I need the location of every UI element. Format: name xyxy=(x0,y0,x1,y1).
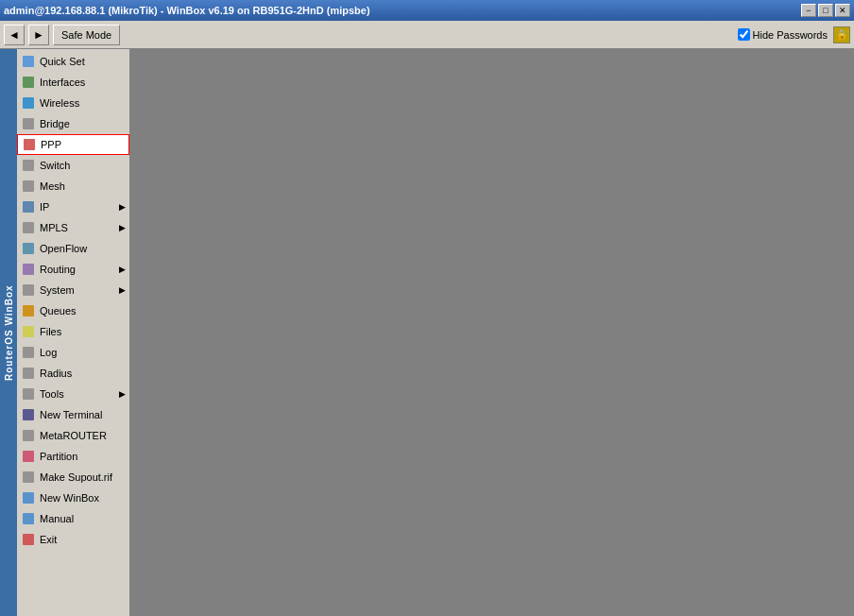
hide-passwords-checkbox[interactable] xyxy=(738,28,750,41)
main-layout: RouterOS WinBox Quick Set Interfaces Wir… xyxy=(0,49,854,616)
svg-rect-18 xyxy=(23,430,34,441)
exit-icon xyxy=(21,532,36,547)
make-supout-label: Make Supout.rif xyxy=(40,471,112,483)
close-button[interactable]: ✕ xyxy=(835,4,850,17)
new-terminal-icon xyxy=(21,407,36,422)
metarouter-label: MetaROUTER xyxy=(40,430,107,441)
routing-arrow: ▶ xyxy=(119,265,126,274)
title-text: admin@192.168.88.1 (MikroTik) - WinBox v… xyxy=(4,5,370,16)
mesh-label: Mesh xyxy=(40,180,65,192)
queues-icon xyxy=(21,303,36,318)
sidebar-item-new-winbox[interactable]: New WinBox xyxy=(17,488,129,508)
sidebar-item-make-supout[interactable]: Make Supout.rif xyxy=(17,467,129,488)
sidebar-item-interfaces[interactable]: Interfaces xyxy=(17,72,129,93)
svg-rect-22 xyxy=(23,513,34,524)
sidebar-item-mpls[interactable]: MPLS▶ xyxy=(17,217,129,238)
svg-rect-8 xyxy=(23,222,34,233)
sidebar-item-ppp[interactable]: PPP xyxy=(17,134,129,155)
ip-icon xyxy=(21,199,36,214)
wireless-icon xyxy=(21,95,36,111)
mesh-icon xyxy=(21,179,36,194)
ppp-icon xyxy=(22,137,37,152)
sidebar-item-system[interactable]: System▶ xyxy=(17,280,129,300)
svg-rect-16 xyxy=(23,388,34,400)
sidebar-item-quick-set[interactable]: Quick Set xyxy=(17,51,129,72)
sidebar-item-partition[interactable]: Partition xyxy=(17,446,129,467)
svg-rect-5 xyxy=(23,160,34,171)
title-bar-buttons: − □ ✕ xyxy=(801,4,850,17)
sidebar-item-new-terminal[interactable]: New Terminal xyxy=(17,404,129,425)
system-label: System xyxy=(40,284,75,296)
content-area xyxy=(130,49,854,616)
openflow-icon xyxy=(21,241,36,256)
system-arrow: ▶ xyxy=(119,285,126,295)
quick-set-label: Quick Set xyxy=(40,56,85,67)
files-icon xyxy=(21,324,36,339)
ip-arrow: ▶ xyxy=(119,202,126,212)
partition-label: Partition xyxy=(40,451,77,462)
sidebar-item-wireless[interactable]: Wireless xyxy=(17,93,129,113)
sidebar-item-routing[interactable]: Routing▶ xyxy=(17,259,129,280)
routing-icon xyxy=(21,262,36,277)
manual-icon xyxy=(21,511,36,526)
log-label: Log xyxy=(40,347,57,358)
safe-mode-button[interactable]: Safe Mode xyxy=(53,25,120,45)
sidebar-item-openflow[interactable]: OpenFlow xyxy=(17,238,129,259)
mpls-label: MPLS xyxy=(40,222,68,233)
back-button[interactable]: ◄ xyxy=(4,25,25,45)
maximize-button[interactable]: □ xyxy=(818,4,833,17)
sidebar-item-switch[interactable]: Switch xyxy=(17,155,129,176)
sidebar-item-manual[interactable]: Manual xyxy=(17,508,129,529)
svg-rect-19 xyxy=(23,451,34,462)
wireless-label: Wireless xyxy=(40,97,79,109)
svg-rect-15 xyxy=(23,368,34,379)
sidebar-item-queues[interactable]: Queues xyxy=(17,300,129,321)
svg-rect-14 xyxy=(23,347,34,358)
radius-label: Radius xyxy=(40,368,72,379)
svg-rect-23 xyxy=(23,534,34,545)
svg-rect-1 xyxy=(23,77,34,88)
exit-label: Exit xyxy=(40,534,57,545)
forward-button[interactable]: ► xyxy=(28,25,49,45)
manual-label: Manual xyxy=(40,513,74,524)
sidebar-item-metarouter[interactable]: MetaROUTER xyxy=(17,425,129,446)
sidebar-item-tools[interactable]: Tools▶ xyxy=(17,384,129,404)
openflow-label: OpenFlow xyxy=(40,243,87,254)
sidebar-item-mesh[interactable]: Mesh xyxy=(17,176,129,197)
svg-rect-2 xyxy=(23,97,34,109)
new-winbox-icon xyxy=(21,490,36,505)
title-bar: admin@192.168.88.1 (MikroTik) - WinBox v… xyxy=(0,0,854,21)
svg-rect-17 xyxy=(23,409,34,420)
sidebar: RouterOS WinBox Quick Set Interfaces Wir… xyxy=(0,49,130,616)
svg-rect-4 xyxy=(24,139,35,150)
sidebar-item-exit[interactable]: Exit xyxy=(17,529,129,550)
svg-rect-3 xyxy=(23,118,34,129)
metarouter-icon xyxy=(21,428,36,443)
sidebar-item-radius[interactable]: Radius xyxy=(17,363,129,384)
hide-passwords-text: Hide Passwords xyxy=(753,29,828,41)
svg-rect-9 xyxy=(23,243,34,254)
svg-rect-10 xyxy=(23,264,34,275)
interfaces-label: Interfaces xyxy=(40,77,85,88)
sidebar-items: Quick Set Interfaces Wireless Bridge PPP… xyxy=(17,49,129,550)
radius-icon xyxy=(21,366,36,381)
toolbar: ◄ ► Safe Mode Hide Passwords 🔒 xyxy=(0,21,854,49)
hide-passwords-label[interactable]: Hide Passwords xyxy=(738,28,828,41)
winbox-vertical-label: RouterOS WinBox xyxy=(0,49,17,616)
svg-rect-7 xyxy=(23,201,34,213)
sidebar-item-bridge[interactable]: Bridge xyxy=(17,113,129,134)
svg-rect-12 xyxy=(23,305,34,317)
files-label: Files xyxy=(40,326,61,337)
svg-rect-6 xyxy=(23,180,34,192)
switch-icon xyxy=(21,158,36,173)
minimize-button[interactable]: − xyxy=(801,4,816,17)
sidebar-item-log[interactable]: Log xyxy=(17,342,129,363)
svg-rect-13 xyxy=(23,326,34,337)
lock-icon: 🔒 xyxy=(833,26,850,43)
queues-label: Queues xyxy=(40,305,77,317)
bridge-label: Bridge xyxy=(40,118,70,129)
sidebar-item-ip[interactable]: IP▶ xyxy=(17,197,129,217)
sidebar-item-files[interactable]: Files xyxy=(17,321,129,342)
routing-label: Routing xyxy=(40,264,76,275)
system-icon xyxy=(21,282,36,298)
